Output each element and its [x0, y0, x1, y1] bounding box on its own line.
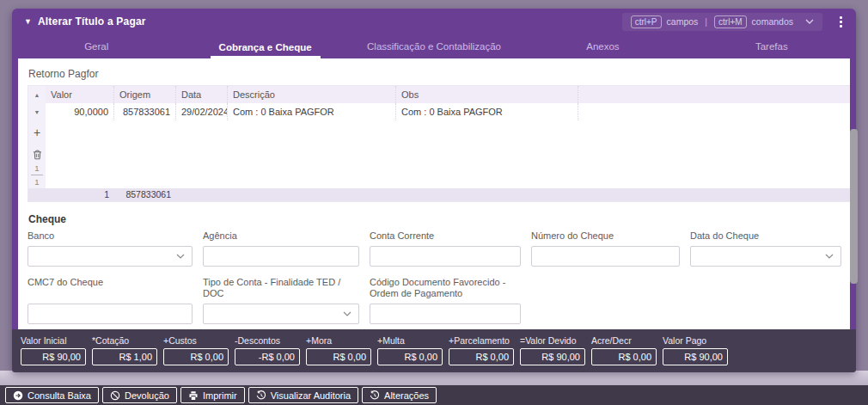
- banco-label: Banco: [28, 230, 193, 242]
- numero-do-cheque-label: Número do Cheque: [531, 230, 680, 242]
- codigo-documento-favorecido-input[interactable]: [370, 304, 521, 324]
- kbd-ctrl-m: ctrl+M: [714, 15, 747, 28]
- pagination-divider: [31, 175, 43, 175]
- valor-inicial-value: R$ 90,00: [21, 348, 86, 365]
- money-field-cotacao: *Cotação R$ 1,00: [92, 335, 157, 372]
- numero-do-cheque-input[interactable]: [531, 246, 680, 267]
- data-do-cheque-select[interactable]: [690, 246, 841, 267]
- conta-corrente-input[interactable]: [370, 246, 521, 267]
- valor-devido-value: R$ 90,00: [520, 348, 585, 365]
- cheque-section-label: Cheque: [28, 213, 847, 225]
- current-row-indicator-icon[interactable]: ▼: [34, 103, 40, 120]
- shortcut-separator: |: [703, 16, 709, 27]
- cheque-fields-row2: CMC7 do Cheque Tipo de Conta - Finalidad…: [28, 277, 847, 324]
- shortcut-campos-label: campos: [667, 16, 699, 27]
- page-current: 1: [34, 163, 39, 173]
- grid-pagination: 1 1: [31, 163, 43, 188]
- arrow-right-circle-icon: [13, 390, 23, 401]
- cell-origem: 857833061: [114, 103, 176, 120]
- chevron-down-icon[interactable]: [805, 19, 814, 24]
- tab-geral[interactable]: Geral: [12, 34, 180, 58]
- acre-decr-value: R$ 0,00: [591, 348, 657, 365]
- tab-content-cobranca-e-cheque: Retorno Pagfor ▲ ▼ + 1 1: [18, 58, 850, 329]
- kbd-ctrl-p: ctrl+P: [631, 15, 662, 28]
- kebab-menu-icon[interactable]: [838, 15, 844, 29]
- money-field-custos: +Custos R$ 0,00: [163, 335, 229, 372]
- field-codigo-documento-favorecido: Código Documento Favorecido - Ordem de P…: [370, 277, 521, 324]
- column-header-filler: [578, 86, 850, 103]
- table-row[interactable]: 90,0000 857833061 29/02/2024 Com : 0 Bai…: [46, 103, 850, 120]
- grid-header-row: Valor Origem Data Descrição Obs: [46, 86, 850, 103]
- page-total: 1: [34, 177, 39, 187]
- banco-select[interactable]: [28, 246, 193, 267]
- field-numero-do-cheque: Número do Cheque: [531, 230, 680, 267]
- agencia-label: Agência: [203, 230, 359, 242]
- cheque-section: Cheque Banco Agência Conta Corrente: [28, 213, 847, 324]
- devolucao-button[interactable]: Devolução: [102, 387, 177, 403]
- field-data-do-cheque: Data do Cheque: [690, 230, 841, 267]
- sort-up-icon[interactable]: ▲: [34, 86, 40, 103]
- retorno-pagfor-grid: ▲ ▼ + 1 1 Valor: [28, 85, 850, 202]
- money-field-mora: +Mora R$ 0,00: [306, 335, 371, 372]
- grid-side-rail: ▲ ▼ + 1 1: [28, 86, 46, 188]
- column-header-valor[interactable]: Valor: [46, 86, 114, 103]
- codigo-documento-favorecido-label: Código Documento Favorecido - Ordem de P…: [370, 277, 521, 299]
- money-field-valor-inicial: Valor Inicial R$ 90,00: [21, 335, 86, 372]
- cell-descricao: Com : 0 Baixa PAGFOR: [228, 103, 396, 120]
- tipo-de-conta-select[interactable]: [203, 304, 359, 324]
- field-conta-corrente: Conta Corrente: [370, 230, 521, 267]
- custos-value: R$ 0,00: [163, 348, 229, 365]
- history-icon: [370, 390, 380, 401]
- retorno-pagfor-section-label: Retorno Pagfor: [28, 68, 847, 80]
- cell-data: 29/02/2024: [176, 103, 228, 120]
- field-cmc7-do-cheque: CMC7 do Cheque: [28, 277, 193, 324]
- money-field-descontos: -Descontos -R$ 0,00: [235, 335, 300, 372]
- cell-obs: Com : 0 Baixa PAGFOR: [396, 103, 578, 120]
- field-banco: Banco: [28, 230, 193, 267]
- field-agencia: Agência: [203, 230, 359, 267]
- prohibition-icon: [110, 390, 120, 401]
- descontos-value: -R$ 0,00: [235, 348, 300, 365]
- money-field-multa: +Multa R$ 0,00: [377, 335, 443, 372]
- multa-value: R$ 0,00: [377, 348, 443, 365]
- money-summary-bar: Valor Inicial R$ 90,00 *Cotação R$ 1,00 …: [12, 329, 856, 372]
- tab-classificacao-e-contabilizacao[interactable]: Classificação e Contabilização: [350, 34, 518, 58]
- column-header-obs[interactable]: Obs: [396, 86, 578, 103]
- delete-row-icon[interactable]: [33, 150, 42, 160]
- cotacao-value: R$ 1,00: [92, 348, 157, 365]
- mora-value: R$ 0,00: [306, 348, 371, 365]
- agencia-input[interactable]: [203, 246, 359, 267]
- cmc7-do-cheque-input[interactable]: [28, 304, 193, 324]
- column-header-data[interactable]: Data: [176, 86, 228, 103]
- valor-pago-value: R$ 90,00: [663, 348, 728, 365]
- titlebar-right: ctrl+P campos | ctrl+M comandos: [622, 13, 844, 31]
- consulta-baixa-button[interactable]: Consulta Baixa: [5, 387, 99, 403]
- page-background-strip: [0, 371, 868, 385]
- cmc7-do-cheque-label: CMC7 do Cheque: [28, 277, 193, 288]
- column-header-descricao[interactable]: Descrição: [228, 86, 396, 103]
- add-row-icon[interactable]: +: [34, 126, 40, 139]
- imprimir-button[interactable]: Imprimir: [180, 387, 245, 403]
- tab-cobranca-e-cheque[interactable]: Cobrança e Cheque: [180, 34, 349, 58]
- vertical-scrollbar[interactable]: [850, 129, 858, 284]
- grid-summary-row: 1 857833061: [28, 188, 850, 201]
- money-field-valor-devido: =Valor Devido R$ 90,00: [520, 335, 585, 372]
- money-field-parcelamento: +Parcelamento R$ 0,00: [449, 335, 514, 372]
- tipo-de-conta-label: Tipo de Conta - Finalidade TED / DOC: [203, 277, 359, 299]
- shortcut-comandos-label: comandos: [752, 16, 793, 27]
- cell-filler: [578, 103, 850, 120]
- column-header-origem[interactable]: Origem: [114, 86, 176, 103]
- window-title: Alterar Título a Pagar: [38, 15, 146, 28]
- bottom-action-toolbar: Consulta Baixa Devolução Imprimir Visual…: [0, 385, 868, 405]
- alterar-titulo-window: ▼ Alterar Título a Pagar ctrl+P campos |…: [12, 9, 856, 372]
- tab-tarefas[interactable]: Tarefas: [688, 34, 856, 58]
- window-titlebar: ▼ Alterar Título a Pagar ctrl+P campos |…: [12, 9, 856, 34]
- data-do-cheque-label: Data do Cheque: [690, 230, 841, 242]
- tab-anexos[interactable]: Anexos: [518, 34, 687, 58]
- screen: ▼ Alterar Título a Pagar ctrl+P campos |…: [0, 0, 868, 405]
- collapse-caret-icon[interactable]: ▼: [24, 17, 32, 26]
- field-tipo-de-conta: Tipo de Conta - Finalidade TED / DOC: [203, 277, 359, 324]
- alteracoes-button[interactable]: Alterações: [362, 387, 437, 403]
- visualizar-auditoria-button[interactable]: Visualizar Auditoria: [248, 387, 358, 403]
- cell-valor: 90,0000: [46, 103, 114, 120]
